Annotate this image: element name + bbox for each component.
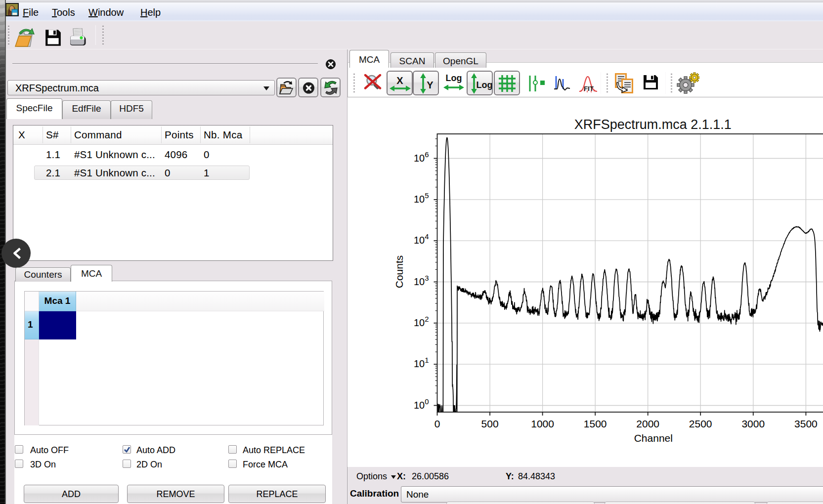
svg-text:0: 0 [434,418,440,429]
svg-text:3000: 3000 [741,418,765,429]
svg-text:Counts: Counts [393,255,405,289]
svg-text:3500: 3500 [794,418,818,429]
svg-text:X: X [396,75,403,86]
svg-text:Y: Y [427,80,433,90]
svg-text:Log: Log [446,73,462,83]
svg-text:Log: Log [476,80,493,90]
svg-text:500: 500 [481,418,499,429]
svg-text:XRFSpectrum.mca 2.1.1.1: XRFSpectrum.mca 2.1.1.1 [574,117,732,132]
svg-text:1000: 1000 [531,418,554,429]
svg-text:Channel: Channel [634,432,673,444]
svg-text:1500: 1500 [584,418,607,429]
svg-text:2000: 2000 [636,418,659,429]
svg-text:2500: 2500 [689,418,712,429]
svg-text:FIT: FIT [584,85,594,92]
